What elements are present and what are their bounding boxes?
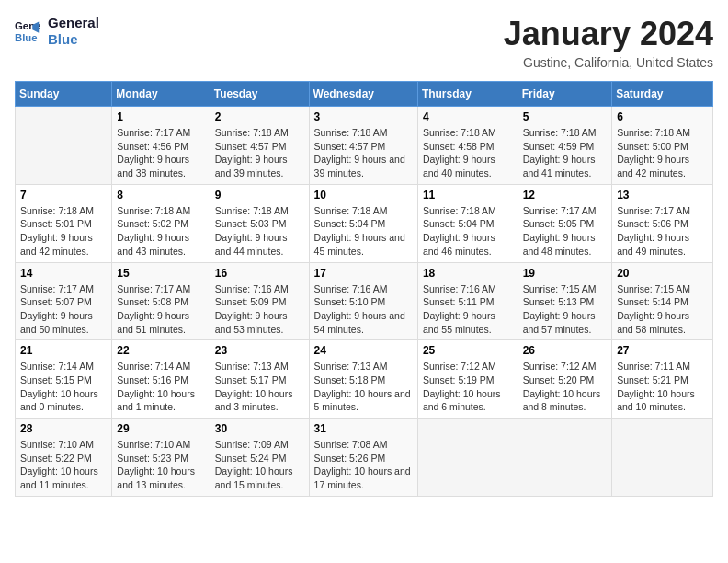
page-header: General Blue General Blue January 2024 G… <box>15 15 713 70</box>
calendar-cell: 4Sunrise: 7:18 AMSunset: 4:58 PMDaylight… <box>417 107 518 185</box>
day-number: 27 <box>617 344 708 357</box>
day-info: Sunrise: 7:14 AMSunset: 5:15 PMDaylight:… <box>20 360 107 414</box>
day-number: 19 <box>523 267 607 280</box>
calendar-table: SundayMondayTuesdayWednesdayThursdayFrid… <box>15 81 713 497</box>
day-number: 18 <box>423 267 513 280</box>
day-info: Sunrise: 7:18 AMSunset: 4:59 PMDaylight:… <box>523 126 607 180</box>
weekday-header-wednesday: Wednesday <box>309 82 417 107</box>
day-number: 21 <box>20 344 107 357</box>
calendar-cell: 12Sunrise: 7:17 AMSunset: 5:05 PMDayligh… <box>518 184 611 262</box>
day-info: Sunrise: 7:17 AMSunset: 5:06 PMDaylight:… <box>617 204 708 259</box>
calendar-cell: 15Sunrise: 7:17 AMSunset: 5:08 PMDayligh… <box>112 262 210 340</box>
day-number: 6 <box>617 110 708 123</box>
day-number: 31 <box>314 422 413 435</box>
calendar-cell: 13Sunrise: 7:17 AMSunset: 5:06 PMDayligh… <box>612 184 713 262</box>
calendar-cell: 6Sunrise: 7:18 AMSunset: 5:00 PMDaylight… <box>612 107 713 185</box>
calendar-cell: 22Sunrise: 7:14 AMSunset: 5:16 PMDayligh… <box>112 340 210 419</box>
day-number: 4 <box>423 110 513 123</box>
day-number: 11 <box>423 189 513 201</box>
day-info: Sunrise: 7:18 AMSunset: 5:01 PMDaylight:… <box>20 204 107 259</box>
day-number: 7 <box>20 189 107 201</box>
calendar-cell: 26Sunrise: 7:12 AMSunset: 5:20 PMDayligh… <box>518 340 611 419</box>
day-number: 30 <box>215 422 304 435</box>
day-number: 2 <box>215 110 304 123</box>
calendar-cell: 23Sunrise: 7:13 AMSunset: 5:17 PMDayligh… <box>210 340 309 419</box>
calendar-week-row: 28Sunrise: 7:10 AMSunset: 5:22 PMDayligh… <box>16 419 713 497</box>
day-info: Sunrise: 7:18 AMSunset: 5:04 PMDaylight:… <box>314 204 413 259</box>
calendar-cell <box>518 419 611 497</box>
calendar-cell: 18Sunrise: 7:16 AMSunset: 5:11 PMDayligh… <box>417 262 518 340</box>
day-number: 29 <box>117 422 204 435</box>
day-info: Sunrise: 7:18 AMSunset: 4:58 PMDaylight:… <box>423 126 513 180</box>
logo: General Blue General Blue <box>15 15 99 48</box>
calendar-cell <box>417 419 518 497</box>
calendar-week-row: 14Sunrise: 7:17 AMSunset: 5:07 PMDayligh… <box>16 262 713 340</box>
calendar-week-row: 7Sunrise: 7:18 AMSunset: 5:01 PMDaylight… <box>16 184 713 262</box>
calendar-week-row: 21Sunrise: 7:14 AMSunset: 5:15 PMDayligh… <box>16 340 713 419</box>
calendar-cell: 20Sunrise: 7:15 AMSunset: 5:14 PMDayligh… <box>612 262 713 340</box>
weekday-header-tuesday: Tuesday <box>210 82 309 107</box>
day-info: Sunrise: 7:18 AMSunset: 4:57 PMDaylight:… <box>215 126 304 180</box>
day-info: Sunrise: 7:18 AMSunset: 4:57 PMDaylight:… <box>314 126 413 180</box>
day-info: Sunrise: 7:08 AMSunset: 5:26 PMDaylight:… <box>314 438 413 492</box>
day-info: Sunrise: 7:17 AMSunset: 5:05 PMDaylight:… <box>523 204 607 259</box>
day-number: 15 <box>117 267 204 280</box>
logo-general: General <box>48 15 99 31</box>
calendar-cell: 9Sunrise: 7:18 AMSunset: 5:03 PMDaylight… <box>210 184 309 262</box>
weekday-header-row: SundayMondayTuesdayWednesdayThursdayFrid… <box>16 82 713 107</box>
day-info: Sunrise: 7:18 AMSunset: 5:02 PMDaylight:… <box>117 204 204 259</box>
calendar-title: January 2024 <box>504 15 713 53</box>
day-info: Sunrise: 7:18 AMSunset: 5:04 PMDaylight:… <box>423 204 513 259</box>
weekday-header-sunday: Sunday <box>16 82 112 107</box>
day-info: Sunrise: 7:15 AMSunset: 5:14 PMDaylight:… <box>617 282 708 337</box>
day-info: Sunrise: 7:11 AMSunset: 5:21 PMDaylight:… <box>617 360 708 414</box>
day-info: Sunrise: 7:16 AMSunset: 5:11 PMDaylight:… <box>423 282 513 337</box>
calendar-cell: 11Sunrise: 7:18 AMSunset: 5:04 PMDayligh… <box>417 184 518 262</box>
day-info: Sunrise: 7:17 AMSunset: 5:07 PMDaylight:… <box>20 282 107 337</box>
calendar-cell: 2Sunrise: 7:18 AMSunset: 4:57 PMDaylight… <box>210 107 309 185</box>
calendar-cell: 1Sunrise: 7:17 AMSunset: 4:56 PMDaylight… <box>112 107 210 185</box>
logo-blue: Blue <box>48 31 99 48</box>
day-number: 25 <box>423 344 513 357</box>
title-area: January 2024 Gustine, California, United… <box>504 15 713 70</box>
calendar-cell: 5Sunrise: 7:18 AMSunset: 4:59 PMDaylight… <box>518 107 611 185</box>
calendar-cell: 21Sunrise: 7:14 AMSunset: 5:15 PMDayligh… <box>16 340 112 419</box>
day-info: Sunrise: 7:13 AMSunset: 5:18 PMDaylight:… <box>314 360 413 414</box>
day-number: 16 <box>215 267 304 280</box>
calendar-cell: 31Sunrise: 7:08 AMSunset: 5:26 PMDayligh… <box>309 419 417 497</box>
day-info: Sunrise: 7:10 AMSunset: 5:22 PMDaylight:… <box>20 438 107 492</box>
day-number: 9 <box>215 189 304 201</box>
day-number: 23 <box>215 344 304 357</box>
calendar-subtitle: Gustine, California, United States <box>504 55 713 70</box>
day-number: 1 <box>117 110 204 123</box>
day-info: Sunrise: 7:12 AMSunset: 5:20 PMDaylight:… <box>523 360 607 414</box>
weekday-header-saturday: Saturday <box>612 82 713 107</box>
calendar-cell: 16Sunrise: 7:16 AMSunset: 5:09 PMDayligh… <box>210 262 309 340</box>
day-number: 22 <box>117 344 204 357</box>
calendar-cell: 25Sunrise: 7:12 AMSunset: 5:19 PMDayligh… <box>417 340 518 419</box>
day-number: 14 <box>20 267 107 280</box>
day-info: Sunrise: 7:16 AMSunset: 5:09 PMDaylight:… <box>215 282 304 337</box>
weekday-header-thursday: Thursday <box>417 82 518 107</box>
day-info: Sunrise: 7:09 AMSunset: 5:24 PMDaylight:… <box>215 438 304 492</box>
calendar-cell: 3Sunrise: 7:18 AMSunset: 4:57 PMDaylight… <box>309 107 417 185</box>
day-info: Sunrise: 7:18 AMSunset: 5:00 PMDaylight:… <box>617 126 708 180</box>
day-info: Sunrise: 7:13 AMSunset: 5:17 PMDaylight:… <box>215 360 304 414</box>
day-number: 8 <box>117 189 204 201</box>
day-info: Sunrise: 7:14 AMSunset: 5:16 PMDaylight:… <box>117 360 204 414</box>
day-info: Sunrise: 7:10 AMSunset: 5:23 PMDaylight:… <box>117 438 204 492</box>
calendar-cell: 29Sunrise: 7:10 AMSunset: 5:23 PMDayligh… <box>112 419 210 497</box>
calendar-cell: 14Sunrise: 7:17 AMSunset: 5:07 PMDayligh… <box>16 262 112 340</box>
day-number: 28 <box>20 422 107 435</box>
calendar-cell: 24Sunrise: 7:13 AMSunset: 5:18 PMDayligh… <box>309 340 417 419</box>
day-number: 12 <box>523 189 607 201</box>
day-number: 20 <box>617 267 708 280</box>
calendar-cell: 30Sunrise: 7:09 AMSunset: 5:24 PMDayligh… <box>210 419 309 497</box>
day-info: Sunrise: 7:16 AMSunset: 5:10 PMDaylight:… <box>314 282 413 337</box>
weekday-header-friday: Friday <box>518 82 611 107</box>
day-number: 17 <box>314 267 413 280</box>
calendar-cell: 8Sunrise: 7:18 AMSunset: 5:02 PMDaylight… <box>112 184 210 262</box>
day-number: 3 <box>314 110 413 123</box>
day-info: Sunrise: 7:18 AMSunset: 5:03 PMDaylight:… <box>215 204 304 259</box>
day-number: 13 <box>617 189 708 201</box>
